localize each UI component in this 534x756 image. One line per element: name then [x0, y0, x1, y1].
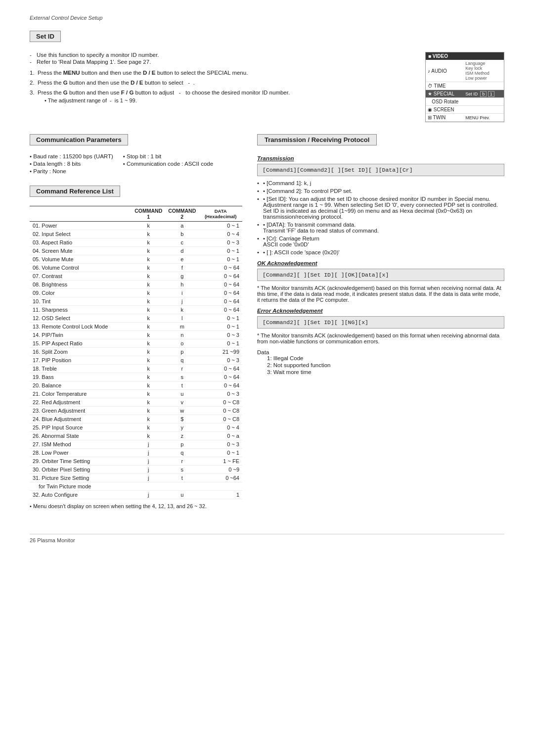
cmd-data: 0 ~ 1 — [199, 255, 242, 264]
cmd-name: 23. Green Adjustment — [30, 407, 132, 415]
comm-item-1: Baud rate : 115200 bps (UART) — [30, 153, 113, 159]
cmd-cmd2: u — [165, 491, 199, 499]
cmd-name: 08. Brightness — [30, 281, 132, 289]
cmd-cmd2: u — [165, 390, 199, 398]
cmd-cmd1: k — [132, 339, 165, 348]
data-codes: Data 1: Illegal Code2: Not supported fun… — [257, 349, 504, 375]
comm-col2: Stop bit : 1 bit Communication code : AS… — [123, 153, 213, 176]
content-area: Communication Parameters Baud rate : 115… — [30, 134, 504, 519]
cmd-cmd2: c — [165, 238, 199, 247]
col-header-name — [30, 206, 132, 222]
cmd-data: 0 ~ 64 — [199, 272, 242, 281]
transmission-box: [Command1][Command2][ ][Set ID][ ][Data]… — [257, 164, 504, 176]
cmd-cmd2: s — [165, 373, 199, 381]
cmd-cmd2: h — [165, 281, 199, 289]
cmd-data: 0 ~ 1 — [199, 323, 242, 331]
comm-item-2: Data length : 8 bits — [30, 161, 113, 167]
cmd-data: 0 ~ C8 — [199, 415, 242, 424]
cmd-cmd1: k — [132, 323, 165, 331]
menu-image: ■ VIDEO ♪ AUDIOLanguageKey lockISM Metho… — [425, 52, 504, 122]
cmd-cmd2: v — [165, 398, 199, 407]
cmd-cmd1: j — [132, 449, 165, 457]
table-row: 26. Abnormal State k z 0 ~ a — [30, 432, 242, 440]
cmd-data: 0 ~ 64 — [199, 365, 242, 373]
data-codes-label: Data — [257, 349, 269, 355]
cmd-cmd2: r — [165, 365, 199, 373]
cmd-name: 07. Contrast — [30, 272, 132, 281]
set-id-section: Set ID Use this function to specify a mo… — [30, 31, 504, 122]
cmd-data: 0 ~ 64 — [199, 289, 242, 297]
cmd-data: 0 ~ 3 — [199, 331, 242, 339]
cmd-name: 02. Input Select — [30, 230, 132, 238]
cmd-cmd1: k — [132, 348, 165, 356]
cmd-name: 30. Orbiter Pixel Setting — [30, 466, 132, 474]
cmd-name: 21. Color Temperature — [30, 390, 132, 398]
table-row: 25. PIP Input Source k y 0 ~ 4 — [30, 424, 242, 432]
cmd-cmd2: l — [165, 314, 199, 323]
cmd-data: 0 ~ 64 — [199, 381, 242, 390]
cmd-cmd1: k — [132, 247, 165, 255]
cmd-data: 0 ~ 1 — [199, 339, 242, 348]
error-ack-subtitle: Error Acknowledgement — [257, 308, 504, 314]
cmd-data: 0 ~ 4 — [199, 424, 242, 432]
intro-item-1: Use this function to specify a monitor I… — [30, 52, 415, 58]
cmd-data: 0 ~ 1 — [199, 247, 242, 255]
cmd-cmd2: g — [165, 272, 199, 281]
ok-ack-subtitle: OK Acknowledgement — [257, 260, 504, 266]
steps-menu-row: Use this function to specify a monitor I… — [30, 52, 504, 122]
steps-list: Press the MENU button and then use the D… — [30, 70, 415, 103]
cmd-cmd1: j — [132, 440, 165, 449]
table-row: 24. Blue Adjustment k $ 0 ~ C8 — [30, 415, 242, 424]
comm-params-content: Baud rate : 115200 bps (UART) Data lengt… — [30, 153, 242, 176]
cmd-data: 0 ~ 1 — [199, 449, 242, 457]
cmd-cmd2: s — [165, 466, 199, 474]
cmd-data: 0 ~9 — [199, 466, 242, 474]
table-row: for Twin Picture mode — [30, 482, 242, 491]
cmd-cmd1: k — [132, 373, 165, 381]
col-header-cmd1: COMMAND 1 — [132, 206, 165, 222]
data-code-item: 1: Illegal Code — [267, 355, 504, 361]
cmd-name: 18. Treble — [30, 365, 132, 373]
cmd-data: 0 ~64 — [199, 474, 242, 482]
table-row: 16. Split Zoom k p 21 ~99 — [30, 348, 242, 356]
cmd-name: 16. Split Zoom — [30, 348, 132, 356]
table-row: 28. Low Power j q 0 ~ 1 — [30, 449, 242, 457]
cmd-name: 29. Orbiter Time Setting — [30, 457, 132, 466]
col-header-cmd2: COMMAND 2 — [165, 206, 199, 222]
table-row: 11. Sharpness k k 0 ~ 64 — [30, 306, 242, 314]
cmd-cmd1: k — [132, 424, 165, 432]
intro-item-2: Refer to 'Real Data Mapping 1'. See page… — [30, 59, 415, 65]
cmd-cmd1: k — [132, 255, 165, 264]
cmd-cmd1: k — [132, 314, 165, 323]
cmd-table: COMMAND 1 COMMAND 2 DATA(Hexadecimal) 01… — [30, 206, 242, 499]
cmd-data: 0 ~ 1 — [199, 222, 242, 230]
page-footer: 26 Plasma Monitor — [30, 534, 504, 543]
cmd-cmd2: t — [165, 474, 199, 482]
ok-ack-note: * The Monitor transmits ACK (acknowledge… — [257, 285, 504, 303]
table-row: 31. Picture Size Setting j t 0 ~64 — [30, 474, 242, 482]
table-row: 21. Color Temperature k u 0 ~ 3 — [30, 390, 242, 398]
cmd-cmd1: k — [132, 407, 165, 415]
comm-col1: Baud rate : 115200 bps (UART) Data lengt… — [30, 153, 113, 176]
table-row: 04. Screen Mute k d 0 ~ 1 — [30, 247, 242, 255]
cmd-cmd1: k — [132, 390, 165, 398]
steps-col: Use this function to specify a monitor I… — [30, 52, 415, 122]
cmd-cmd2: o — [165, 339, 199, 348]
table-row: 07. Contrast k g 0 ~ 64 — [30, 272, 242, 281]
table-row: 17. PIP Position k q 0 ~ 3 — [30, 356, 242, 365]
cmd-cmd2: m — [165, 323, 199, 331]
trans-note-item: • [Command 1]: k, j — [257, 180, 504, 186]
cmd-name: 26. Abnormal State — [30, 432, 132, 440]
cmd-cmd2: j — [165, 297, 199, 306]
cmd-name: 06. Volume Control — [30, 264, 132, 272]
cmd-cmd2: e — [165, 255, 199, 264]
cmd-cmd2: k — [165, 306, 199, 314]
cmd-cmd1: k — [132, 356, 165, 365]
cmd-data: 1 ~ FE — [199, 457, 242, 466]
table-row: 13. Remote Control Lock Mode k m 0 ~ 1 — [30, 323, 242, 331]
table-row: 20. Balance k t 0 ~ 64 — [30, 381, 242, 390]
cmd-cmd1: k — [132, 432, 165, 440]
cmd-cmd1: k — [132, 306, 165, 314]
transmission-section: Transmission / Receiving Protocol Transm… — [257, 134, 504, 375]
set-id-title: Set ID — [30, 31, 61, 42]
